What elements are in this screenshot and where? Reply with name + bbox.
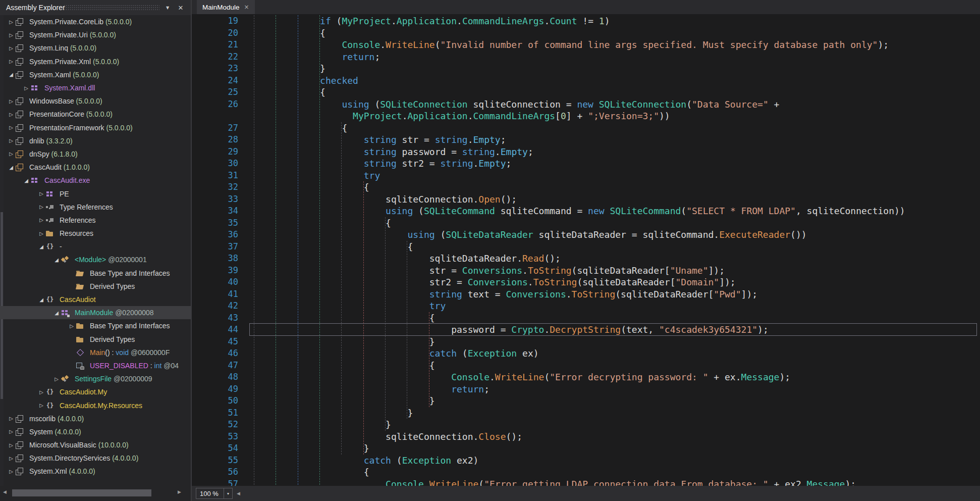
code-line[interactable]: 41 string text = Conversions.ToString(sq… — [254, 288, 980, 300]
tree-item[interactable]: ▷System.Linq (5.0.0.0) — [0, 41, 191, 55]
tree-item[interactable]: ◢System.Xaml (5.0.0.0) — [0, 68, 191, 81]
code-line[interactable]: 51 } — [254, 407, 980, 419]
tree-item[interactable]: ▷System.Private.Uri (5.0.0.0) — [0, 28, 191, 41]
code-line[interactable]: 47 { — [254, 360, 980, 372]
tab-mainmodule[interactable]: MainModule × — [197, 0, 255, 14]
zoom-level-value[interactable]: 100 % — [196, 488, 224, 499]
tree-item[interactable]: ▷PresentationFramework (5.0.0.0) — [0, 121, 191, 134]
expander-icon[interactable]: ▷ — [37, 204, 45, 210]
expander-icon[interactable]: ▷ — [37, 231, 45, 236]
tree-item[interactable]: ◢MainModule @02000008 — [0, 306, 191, 319]
expander-icon[interactable]: ▷ — [7, 45, 15, 51]
tab-close-icon[interactable]: × — [244, 4, 249, 11]
tree-item[interactable]: ▷mscorlib (4.0.0.0) — [0, 412, 191, 425]
code-line[interactable]: 22 return; — [254, 51, 980, 63]
tree-item[interactable]: Derived Types — [0, 280, 191, 293]
zoom-dropdown-chevron-icon[interactable]: ▾ — [224, 488, 233, 499]
code-line[interactable]: 42 try — [254, 300, 980, 312]
tree-item[interactable]: ▷System.Xml (4.0.0.0) — [0, 465, 191, 478]
code-line[interactable]: MyProject.Application.CommandLineArgs[0]… — [254, 110, 980, 122]
expander-icon[interactable]: ▷ — [68, 323, 76, 329]
expander-icon[interactable]: ▷ — [7, 98, 15, 104]
code-line[interactable]: 39 str = Conversions.ToString(sqliteData… — [254, 265, 980, 277]
tree-item[interactable]: ▷PresentationCore (5.0.0.0) — [0, 108, 191, 121]
tree-item[interactable]: ▷Type References — [0, 201, 191, 214]
expander-icon[interactable]: ▷ — [7, 469, 15, 474]
tree-item[interactable]: ▷System.Xaml.dll — [0, 81, 191, 94]
expander-icon[interactable]: ▷ — [7, 456, 15, 461]
tree-item[interactable]: ◢CascAudiot — [0, 293, 191, 306]
tree-item[interactable]: ▷dnSpy (6.1.8.0) — [0, 147, 191, 161]
code-line[interactable]: 37 { — [254, 241, 980, 253]
code-line[interactable]: 46 catch (Exception ex) — [254, 347, 980, 360]
expander-icon[interactable]: ▷ — [52, 376, 61, 382]
code-line[interactable]: 29 string password = string.Empty; — [254, 146, 980, 158]
expander-icon[interactable]: ◢ — [7, 165, 15, 170]
tree-item[interactable]: ▷SettingsFile @02000009 — [0, 372, 191, 385]
code-line[interactable]: 25 { — [254, 86, 980, 98]
scrollbar-thumb[interactable] — [12, 489, 151, 496]
expander-icon[interactable]: ▷ — [37, 403, 45, 408]
expander-icon[interactable]: ▷ — [7, 138, 15, 143]
expander-icon[interactable]: ◢ — [22, 178, 30, 183]
tree-item[interactable]: ▷System (4.0.0.0) — [0, 425, 191, 438]
code-editor[interactable]: 19 if (MyProject.Application.CommandLine… — [192, 14, 980, 486]
code-line[interactable]: 53 sqliteConnection.Close(); — [254, 431, 980, 443]
expander-icon[interactable]: ▷ — [7, 32, 15, 38]
code-line[interactable]: 54 } — [254, 442, 980, 455]
tree-item[interactable]: ▷System.DirectoryServices (4.0.0.0) — [0, 452, 191, 465]
expander-icon[interactable]: ▷ — [7, 112, 15, 117]
scroll-left-icon[interactable]: ◀ — [3, 489, 7, 494]
code-line[interactable]: 32 { — [254, 181, 980, 193]
code-line[interactable]: 19 if (MyProject.Application.CommandLine… — [254, 15, 980, 27]
tree-item[interactable]: ◢CascAudit (1.0.0.0) — [0, 161, 191, 174]
expander-icon[interactable]: ◢ — [52, 310, 61, 316]
panel-menu-chevron-icon[interactable]: ▼ — [161, 0, 174, 15]
expander-icon[interactable]: ▷ — [7, 125, 15, 130]
expander-icon[interactable]: ▷ — [37, 191, 45, 196]
scroll-right-icon[interactable]: ▶ — [178, 489, 181, 494]
code-line[interactable]: 35 { — [254, 217, 980, 229]
tree-item[interactable]: Derived Types — [0, 333, 191, 346]
tree-item[interactable]: ▷Base Type and Interfaces — [0, 319, 191, 332]
code-line[interactable]: 50 } — [254, 395, 980, 407]
tree-item[interactable]: ▷dnlib (3.3.2.0) — [0, 134, 191, 147]
assembly-explorer-header[interactable]: Assembly Explorer ▼ ✕ — [0, 0, 191, 15]
code-line[interactable]: 34 using (SQLiteCommand sqliteCommand = … — [254, 205, 980, 217]
tree-item[interactable]: ▷CascAudiot.My — [0, 385, 191, 398]
code-line[interactable]: 21 Console.WriteLine("Invalid number of … — [254, 39, 980, 51]
tree-horizontal-scrollbar[interactable]: ◀ ▶ — [0, 486, 191, 501]
tree-item[interactable]: Base Type and Interfaces — [0, 267, 191, 280]
tree-item[interactable]: ▷References — [0, 214, 191, 227]
expander-icon[interactable]: ◢ — [7, 72, 15, 77]
expander-icon[interactable]: ▷ — [7, 416, 15, 421]
tree-item[interactable]: ▷System.Private.Xml (5.0.0.0) — [0, 55, 191, 68]
editor-horizontal-scrollbar[interactable] — [243, 490, 977, 497]
tree-item[interactable]: ▷PE — [0, 187, 191, 200]
code-line[interactable]: 52 } — [254, 419, 980, 431]
code-line[interactable]: 30 string str2 = string.Empty; — [254, 158, 980, 170]
tree-item[interactable]: ▷CascAudiot.My.Resources — [0, 398, 191, 412]
code-line[interactable]: 48 Console.WriteLine("Error decrypting p… — [254, 371, 980, 383]
expander-icon[interactable]: ▷ — [22, 85, 30, 91]
code-line[interactable]: 31 try — [254, 170, 980, 182]
tree-item[interactable]: USER_DISABLED : int @04 — [0, 359, 191, 372]
tree-item[interactable]: ◢CascAudit.exe — [0, 174, 191, 187]
scroll-left-icon[interactable]: ◀ — [237, 491, 240, 496]
tree-item[interactable]: ▷System.Private.CoreLib (5.0.0.0) — [0, 15, 191, 28]
code-line[interactable]: 26 using (SQLiteConnection sqliteConnect… — [254, 98, 980, 111]
expander-icon[interactable]: ▷ — [7, 19, 15, 25]
zoom-level-combobox[interactable]: 100 % ▾ — [196, 488, 233, 499]
expander-icon[interactable]: ◢ — [37, 297, 45, 303]
tree-item[interactable]: ◢<Module> @02000001 — [0, 253, 191, 266]
code-line[interactable]: 45 } — [254, 336, 980, 348]
code-line[interactable]: 27 { — [254, 122, 980, 134]
code-line[interactable]: 24 checked — [254, 75, 980, 87]
expander-icon[interactable]: ▷ — [7, 59, 15, 64]
expander-icon[interactable]: ▷ — [37, 217, 45, 223]
expander-icon[interactable]: ▷ — [7, 429, 15, 434]
code-line[interactable]: 23 } — [254, 63, 980, 75]
code-line[interactable]: 49 return; — [254, 383, 980, 395]
expander-icon[interactable]: ▷ — [7, 151, 15, 157]
code-line[interactable]: 20 { — [254, 27, 980, 39]
